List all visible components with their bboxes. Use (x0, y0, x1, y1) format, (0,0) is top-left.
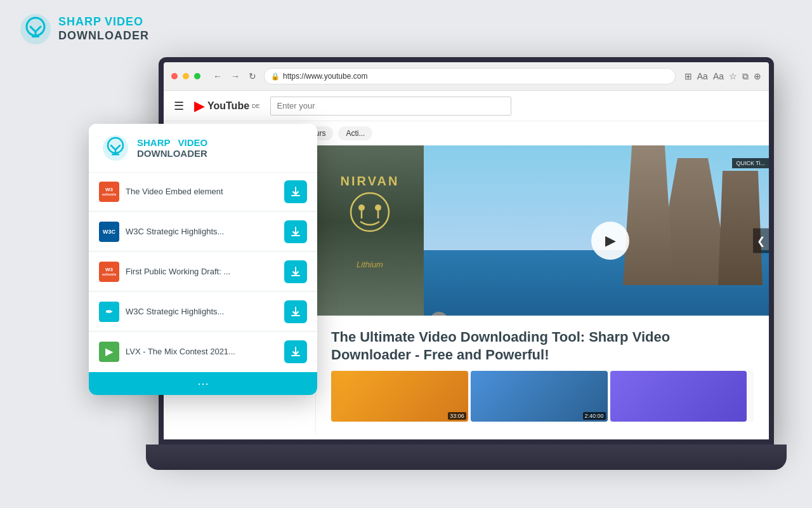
svd-download-btn-2[interactable] (284, 220, 307, 243)
browser-action-split: ⧉ (742, 71, 749, 82)
svd-popup: SHARP VIDEO DOWNLOADER W3 schools The Vi… (89, 124, 317, 395)
svd-item-title-5: LVX - The Mix Contest 2021... (126, 347, 278, 358)
svd-item-5: ▶ LVX - The Mix Contest 2021... (89, 333, 317, 371)
svd-popup-title-text: SHARP VIDEO DOWNLOADER (137, 137, 207, 159)
address-bar[interactable]: 🔒 https://www.youtube.com (264, 68, 676, 84)
svd-download-btn-3[interactable] (284, 260, 307, 283)
featured-video: NIRVAN Lithium (316, 145, 769, 336)
yt-menu-icon[interactable]: ☰ (174, 99, 184, 113)
logo-sharp: SHARP (58, 15, 102, 29)
yt-logo-de: DE (252, 103, 260, 109)
yt-logo: ▶ YouTube DE (194, 98, 260, 114)
nirvana-thumbnail: NIRVAN Lithium (316, 145, 424, 336)
close-btn[interactable] (171, 73, 178, 79)
svd-item-title-2: W3C Strategic Highlights... (126, 227, 278, 237)
svd-item-icon-1: W3 schools (99, 182, 119, 202)
browser-chrome: ← → ↻ 🔒 https://www.youtube.com ⊞ Aa Aa … (164, 62, 769, 91)
laptop-base (146, 444, 787, 470)
chip-acti[interactable]: Acti... (338, 126, 372, 140)
min-btn[interactable] (183, 73, 189, 79)
svd-item-icon-3: W3 schools (99, 262, 119, 282)
download-icon-3 (290, 266, 301, 277)
browser-action-grid: ⊞ (684, 71, 692, 82)
download-icon-4 (290, 306, 301, 318)
nirvana-band-name: NIRVAN (341, 174, 400, 189)
lock-icon: 🔒 (271, 72, 280, 81)
promo-title: The Ultimate Video Downloading Tool: Sha… (331, 328, 712, 364)
svg-point-5 (358, 204, 365, 211)
svd-item-title-4: W3C Strategic Highlights... (126, 307, 278, 318)
yt-main-content: NIRVAN Lithium (316, 145, 769, 434)
svd-item-2: W3C W3C Strategic Highlights... (89, 213, 317, 251)
thumb-duration-1: 33:06 (448, 412, 466, 420)
promo-card: The Ultimate Video Downloading Tool: Sha… (316, 316, 769, 434)
back-button[interactable]: ← (211, 70, 225, 83)
svd-download-btn-4[interactable] (284, 300, 307, 323)
video-thumbs-row: 33:06 2:40:00 (331, 371, 754, 422)
logo-video: VIDEO (105, 15, 143, 29)
browser-action-star: ☆ (729, 71, 737, 82)
forward-button[interactable]: → (228, 70, 242, 83)
more-icon: ⋯ (197, 377, 209, 391)
svd-popup-header: SHARP VIDEO DOWNLOADER (89, 124, 317, 173)
svd-item-title-3: First Public Working Draft: ... (126, 267, 278, 277)
thumb-1[interactable]: 33:06 (331, 371, 468, 422)
popup-logo-downloader: DOWNLOADER (137, 148, 207, 159)
svg-point-9 (103, 135, 128, 161)
thumb-2[interactable]: 2:40:00 (471, 371, 608, 422)
svd-more-button[interactable]: ⋯ (89, 372, 317, 395)
download-icon-1 (290, 186, 301, 197)
quick-tip-label: QUICK Ti... (732, 158, 769, 168)
thumb-3[interactable] (610, 371, 747, 422)
svd-download-btn-5[interactable] (284, 340, 307, 363)
download-icon-5 (290, 346, 301, 358)
svd-item-icon-2: W3C (99, 222, 119, 242)
svd-item-3: W3 schools First Public Working Draft: .… (89, 253, 317, 291)
rock2 (623, 145, 674, 285)
svd-item-icon-4: ✒ (99, 302, 119, 322)
popup-logo-video: VIDEO (178, 137, 208, 148)
url-text: https://www.youtube.com (283, 72, 367, 81)
svd-item-title-1: The Video Embed element (126, 187, 278, 197)
svd-item-1: W3 schools The Video Embed element (89, 173, 317, 211)
featured-play-button[interactable]: ▶ (591, 222, 629, 260)
svd-popup-logo-icon (102, 134, 129, 162)
browser-actions: ⊞ Aa Aa ☆ ⧉ ⊕ (684, 71, 761, 82)
popup-logo-sharp: SHARP (137, 137, 171, 148)
yt-logo-icon: ▶ (194, 98, 205, 114)
download-icon-2 (290, 226, 301, 237)
yt-header: ☰ ▶ YouTube DE (164, 91, 769, 121)
svg-point-7 (375, 204, 381, 211)
top-logo-area: SHARP VIDEO DOWNLOADER (19, 13, 149, 46)
browser-action-aa: Aa (713, 71, 724, 82)
svg-rect-11 (112, 154, 119, 156)
svd-item-icon-5: ▶ (99, 342, 119, 362)
top-logo-icon (19, 13, 52, 46)
nirvana-face-svg (348, 190, 392, 234)
scroll-right-arrow[interactable]: ❮ (753, 229, 769, 253)
browser-action-ext: ⊕ (754, 71, 761, 82)
nirvana-song-title: Lithium (357, 260, 383, 269)
yt-search-input[interactable] (270, 97, 511, 116)
svd-items-list: W3 schools The Video Embed element W3C W… (89, 173, 317, 371)
play-icon: ▶ (605, 232, 616, 249)
logo-downloader: DOWNLOADER (58, 29, 149, 43)
svd-download-btn-1[interactable] (284, 180, 307, 203)
top-logo-text: SHARP VIDEO DOWNLOADER (58, 15, 149, 43)
thumb-duration-2: 2:40:00 (583, 412, 606, 420)
max-btn[interactable] (194, 73, 200, 79)
nav-btns: ← → ↻ (211, 70, 259, 83)
svg-rect-2 (32, 36, 39, 37)
svd-item-4: ✒ W3C Strategic Highlights... (89, 293, 317, 331)
reload-button[interactable]: ↻ (246, 70, 259, 83)
yt-logo-text: YouTube (207, 100, 249, 112)
browser-action-reader: Aa (697, 71, 708, 82)
